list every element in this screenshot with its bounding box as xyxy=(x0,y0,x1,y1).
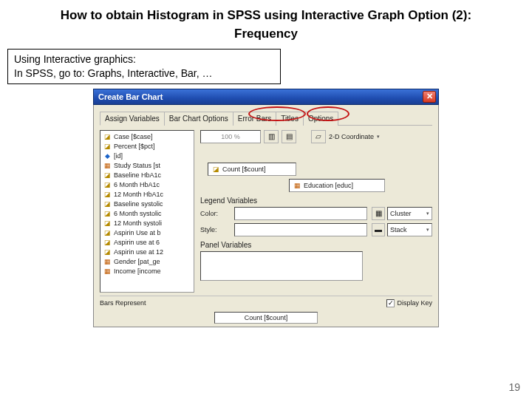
variable-item[interactable]: Case [$case] xyxy=(100,132,194,142)
variable-item[interactable]: Aspirin Use at b xyxy=(100,228,194,238)
cluster-icon[interactable]: ▦ xyxy=(372,207,385,220)
checkbox-icon: ✓ xyxy=(386,299,395,307)
page-number: 19 xyxy=(508,381,520,393)
scale-icon xyxy=(103,133,112,141)
variable-item[interactable]: 12 Month systoli xyxy=(100,219,194,228)
variable-item[interactable]: Study Status [st xyxy=(100,161,194,171)
coord-label: 2-D Coordinate xyxy=(329,133,374,140)
legend-color-label: Color: xyxy=(200,210,230,217)
stack-icon[interactable]: ▬ xyxy=(372,223,385,236)
variable-item[interactable]: [id] xyxy=(100,151,194,161)
tab-bar-chart-options[interactable]: Bar Chart Options xyxy=(164,112,233,126)
variable-label: Gender [pat_ge xyxy=(114,258,160,265)
set-icon xyxy=(103,267,112,276)
dialog-body: Assign Variables Bar Chart Options Error… xyxy=(93,105,439,327)
scale-icon xyxy=(103,171,112,180)
dialog-create-bar-chart: Create Bar Chart ✕ Assign Variables Bar … xyxy=(93,89,439,327)
stack-select[interactable]: Stack▾ xyxy=(387,223,432,236)
variable-list[interactable]: Case [$case]Percent [$pct][id]Study Stat… xyxy=(100,130,194,293)
scale-icon xyxy=(103,200,112,208)
x-axis-value: Education [educ] xyxy=(304,182,353,189)
display-key-checkbox[interactable]: ✓ Display Key xyxy=(386,299,432,307)
scale-icon xyxy=(103,143,112,151)
scale-icon xyxy=(103,191,112,199)
variable-label: 6 Month HbA1c xyxy=(114,181,160,188)
variable-label: 12 Month systoli xyxy=(114,219,162,227)
bars-represent-field[interactable]: Count [$count] xyxy=(214,312,318,324)
variable-item[interactable]: Aspirin use at 6 xyxy=(100,238,194,248)
y-axis-value: Count [$count] xyxy=(222,166,266,173)
variable-item[interactable]: 6 Month HbA1c xyxy=(100,180,194,190)
variable-label: Aspirin Use at b xyxy=(114,229,161,236)
variable-label: Aspirin use at 12 xyxy=(114,248,163,256)
legend-color-drop[interactable] xyxy=(234,207,367,220)
dialog-titlebar: Create Bar Chart ✕ xyxy=(93,89,439,105)
variable-label: Income [income xyxy=(114,267,161,275)
x-axis-drop[interactable]: Education [educ] xyxy=(289,179,385,192)
variable-label: [id] xyxy=(114,152,123,160)
tab-strip: Assign Variables Bar Chart Options Error… xyxy=(100,111,432,126)
tab-titles[interactable]: Titles xyxy=(276,112,304,126)
chart-icon-horizontal[interactable]: ▤ xyxy=(282,130,296,143)
tab-assign-variables[interactable]: Assign Variables xyxy=(100,112,165,126)
legend-style-label: Style: xyxy=(200,226,230,233)
legend-style-drop[interactable] xyxy=(234,223,367,236)
set-icon xyxy=(103,162,112,170)
variable-item[interactable]: Gender [pat_ge xyxy=(100,257,194,267)
variable-item[interactable]: Baseline HbA1c xyxy=(100,171,194,180)
instruction-line-1: Using Interactive graphics: xyxy=(14,52,274,66)
variable-label: Baseline HbA1c xyxy=(114,171,161,179)
scale-icon xyxy=(103,239,112,247)
set-icon xyxy=(103,258,112,266)
instruction-box: Using Interactive graphics: In SPSS, go … xyxy=(7,49,281,84)
variable-item[interactable]: Income [income xyxy=(100,267,194,276)
dialog-title: Create Bar Chart xyxy=(98,92,163,101)
y-axis-drop[interactable]: Count [$count] xyxy=(208,163,296,176)
variable-label: Percent [$pct] xyxy=(114,143,155,150)
nom-icon xyxy=(103,152,112,160)
variable-label: Case [$case] xyxy=(114,133,153,140)
variable-label: 12 Month HbA1c xyxy=(114,191,163,198)
slide-title: How to obtain Histogram in SPSS using In… xyxy=(0,0,532,27)
ruler-icon xyxy=(211,165,220,173)
variable-label: Baseline systolic xyxy=(114,200,163,208)
chevron-down-icon[interactable]: ▾ xyxy=(377,134,380,140)
legend-section-label: Legend Variables xyxy=(200,197,432,205)
scale-icon xyxy=(103,181,112,189)
variable-item[interactable]: Percent [$pct] xyxy=(100,142,194,151)
variable-item[interactable]: 6 Month systolic xyxy=(100,209,194,219)
assign-panel: 100 % ▥ ▤ ▱ 2-D Coordinate ▾ Count [$cou… xyxy=(200,130,432,293)
panel-variables-drop[interactable] xyxy=(200,251,363,281)
variable-label: 6 Month systolic xyxy=(114,210,162,217)
close-icon[interactable]: ✕ xyxy=(423,91,436,103)
display-key-label: Display Key xyxy=(397,299,432,307)
instruction-line-2: In SPSS, go to: Graphs, Interactive, Bar… xyxy=(14,66,274,81)
chart-icon-vertical[interactable]: ▥ xyxy=(264,130,279,143)
category-icon xyxy=(293,181,301,189)
variable-label: Study Status [st xyxy=(114,162,160,169)
tab-options[interactable]: Options xyxy=(303,112,338,126)
bars-represent-label: Bars Represent xyxy=(100,299,146,307)
scale-icon xyxy=(103,248,112,256)
scale-icon xyxy=(103,210,112,218)
scale-icon xyxy=(103,229,112,237)
variable-item[interactable]: Baseline systolic xyxy=(100,200,194,209)
cluster-select[interactable]: Cluster▾ xyxy=(387,207,432,220)
scale-icon xyxy=(103,219,112,228)
zoom-field[interactable]: 100 % xyxy=(200,130,261,143)
slide-subtitle: Frequency xyxy=(0,27,532,41)
coord-icon[interactable]: ▱ xyxy=(311,130,326,143)
variable-label: Aspirin use at 6 xyxy=(114,239,160,246)
variable-item[interactable]: 12 Month HbA1c xyxy=(100,190,194,200)
variable-item[interactable]: Aspirin use at 12 xyxy=(100,248,194,257)
tab-error-bars[interactable]: Error Bars xyxy=(233,112,277,126)
panel-section-label: Panel Variables xyxy=(200,241,432,249)
